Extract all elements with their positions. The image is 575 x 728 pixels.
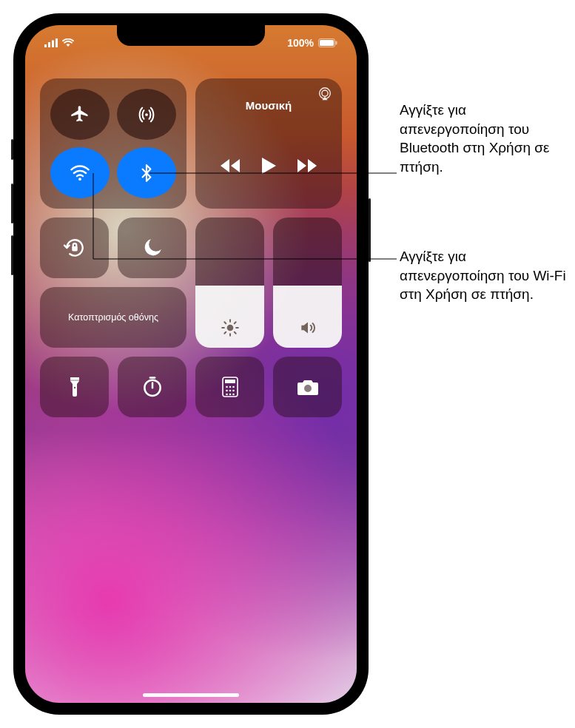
callout-wifi-text: Αγγίξτε για απενεργοποίηση του Wi-Fi στη… [400,249,566,302]
callout-bluetooth: Αγγίξτε για απενεργοποίηση του Bluetooth… [400,101,570,177]
callout-wifi: Αγγίξτε για απενεργοποίηση του Wi-Fi στη… [400,247,570,304]
callout-bluetooth-text: Αγγίξτε για απενεργοποίηση του Bluetooth… [400,102,549,175]
